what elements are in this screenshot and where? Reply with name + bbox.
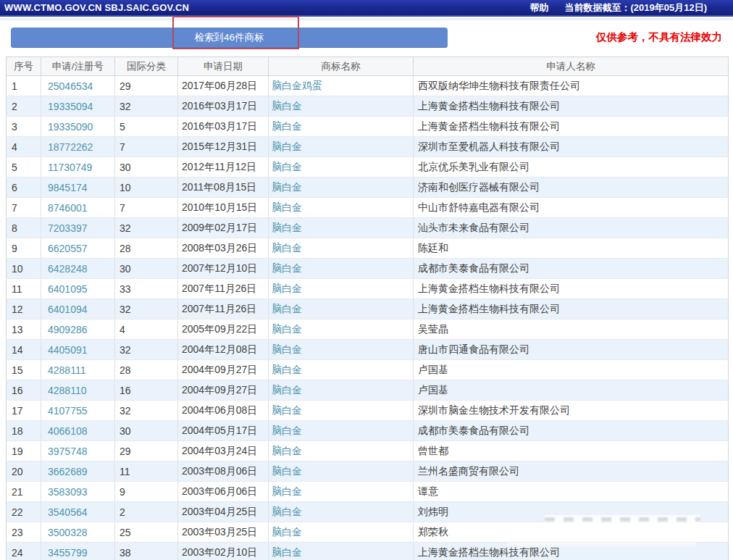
intl-class-cell: 28 [115,238,178,259]
trademark-name-link[interactable]: 脑白金 [272,303,302,314]
registration-number-link[interactable]: 3583093 [48,486,88,498]
application-date-cell: 2003年02月10日 [178,543,269,560]
serial-number-cell: 2 [7,96,41,117]
application-date-cell: 2004年09月27日 [178,380,269,401]
trademark-name-link[interactable]: 脑白金 [272,364,302,375]
registration-number-link[interactable]: 11730749 [48,162,92,173]
table-row: 4 18772262 7 2015年12月31日 脑白金 深圳市至爱机器人科技有… [7,137,729,157]
trademark-name-link[interactable]: 脑白金 [272,343,302,355]
trademark-name-link[interactable]: 脑白金 [272,425,302,436]
trademark-name-cell: 脑白金 [269,279,414,299]
registration-number-link[interactable]: 4909286 [48,324,88,335]
trademark-name-link[interactable]: 脑白金 [272,242,302,254]
registration-number-link[interactable]: 6401094 [48,304,88,315]
intl-class-cell: 16 [115,380,178,401]
serial-number-cell: 19 [7,441,41,461]
trademark-name-link[interactable]: 脑白金 [272,120,302,132]
trademark-name-link[interactable]: 脑白金 [272,323,302,335]
table-row: 14 4405091 32 2004年12月08日 脑白金 唐山市四通食品有限公… [7,340,729,360]
result-count-banner[interactable]: 检索到46件商标 [11,28,448,48]
trademark-name-cell: 脑白金 [269,117,414,137]
site-title: WWW.CTMO.GOV.CN SBJ.SAIC.GOV.CN [0,2,189,13]
registration-number-link[interactable]: 19335090 [48,121,93,133]
registration-number-link[interactable]: 3662689 [48,466,88,477]
registration-number-cell: 3662689 [41,461,115,482]
registration-number-link[interactable]: 4288111 [48,364,85,376]
trademark-name-link[interactable]: 脑白金 [272,100,302,112]
serial-number-cell: 15 [7,360,41,380]
applicant-name-cell: 陈廷和 [414,238,729,259]
trademark-name-link[interactable]: 脑白金 [272,384,302,396]
trademark-name-cell: 脑白金 [269,218,414,238]
applicant-name-cell: 上海黄金搭档生物科技有限公司 [414,279,729,299]
header-registration-number: 申请/注册号 [41,57,115,76]
table-row: 7 8746001 7 2010年10月15日 脑白金 中山市舒特嘉电器有限公司 [7,198,729,218]
table-row: 23 3500328 25 2003年03月25日 脑白金 郑荣秋 [7,522,729,543]
applicant-name-cell: 曾世都 [414,441,729,461]
intl-class-cell: 10 [115,177,178,198]
help-link[interactable]: 帮助 [530,1,549,14]
trademark-name-link[interactable]: 脑白金 [272,404,302,416]
trademark-name-link[interactable]: 脑白金 [272,283,302,294]
registration-number-link[interactable]: 6620557 [48,243,88,254]
registration-number-link[interactable]: 4107755 [48,405,88,417]
applicant-name-cell: 济南和创医疗器械有限公司 [414,177,729,198]
trademark-name-link[interactable]: 脑白金 [272,201,302,213]
registration-number-link[interactable]: 3540564 [48,506,88,518]
applicant-name-cell: 北京优乐美乳业有限公司 [414,157,729,177]
registration-number-link[interactable]: 7203397 [48,222,88,234]
registration-number-link[interactable]: 3455799 [48,547,88,559]
data-cutoff-date: 当前数据截至：(2019年05月12日) [565,1,708,14]
trademark-name-cell: 脑白金 [269,319,414,340]
trademark-name-link[interactable]: 脑白金 [272,181,302,193]
registration-number-link[interactable]: 6401095 [48,283,88,295]
registration-number-cell: 18772262 [41,137,115,157]
registration-number-cell: 3583093 [41,482,115,502]
applicant-name-cell: 兰州名盛商贸有限公司 [414,461,729,482]
trademark-name-link[interactable]: 脑白金 [272,161,302,172]
applicant-name-cell: 成都市美泰食品有限公司 [414,259,729,279]
trademark-name-link[interactable]: 脑白金 [272,506,302,517]
registration-number-cell: 11730749 [41,157,115,177]
applicant-name-cell: 卢国基 [414,360,729,380]
trademark-name-link[interactable]: 脑白金 [272,262,302,274]
trademark-name-cell: 脑白金 [269,238,414,259]
registration-number-link[interactable]: 18772262 [48,141,93,153]
intl-class-cell: 30 [115,259,178,279]
trademark-name-link[interactable]: 脑白金 [272,445,302,456]
applicant-name-cell: 深圳市脑金生物技术开发有限公司 [414,401,729,421]
serial-number-cell: 10 [7,259,41,279]
trademark-name-link[interactable]: 脑白金 [272,141,302,152]
registration-number-link[interactable]: 9845174 [48,182,88,193]
trademark-name-link[interactable]: 脑白金 [272,222,302,233]
application-date-cell: 2003年03月25日 [178,522,269,543]
applicant-name-cell: 卢国基 [414,380,729,401]
intl-class-cell: 30 [115,157,178,177]
serial-number-cell: 7 [7,198,41,218]
applicant-name-cell: 上海黄金搭档生物科技有限公司 [414,96,729,117]
registration-number-link[interactable]: 6428248 [48,263,88,275]
trademark-name-cell: 脑白金 [269,360,414,380]
trademark-name-cell: 脑白金 [269,543,414,560]
trademark-name-link[interactable]: 脑白金 [272,546,302,558]
registration-number-link[interactable]: 3500328 [48,527,88,538]
registration-number-link[interactable]: 4405091 [48,344,88,356]
trademark-name-link[interactable]: 脑白金 [272,485,302,497]
trademark-search-results-page: WWW.CTMO.GOV.CN SBJ.SAIC.GOV.CN 帮助 当前数据截… [0,0,733,560]
applicant-name-cell: 郑荣秋 [414,522,729,543]
trademark-name-link[interactable]: 脑白金 [272,465,302,477]
registration-number-link[interactable]: 25046534 [48,80,93,92]
application-date-cell: 2004年06月08日 [178,401,269,421]
serial-number-cell: 5 [7,157,41,177]
registration-number-cell: 4107755 [41,401,115,421]
intl-class-cell: 4 [115,319,178,340]
trademark-name-link[interactable]: 脑白金鸡蛋 [272,80,322,91]
registration-number-link[interactable]: 4066108 [48,425,88,437]
table-row: 19 3975748 29 2004年03月24日 脑白金 曾世都 [7,441,729,461]
registration-number-link[interactable]: 8746001 [48,202,88,214]
trademark-name-link[interactable]: 脑白金 [272,526,302,538]
table-row: 6 9845174 10 2011年08月15日 脑白金 济南和创医疗器械有限公… [7,177,729,198]
registration-number-link[interactable]: 3975748 [48,446,88,457]
registration-number-link[interactable]: 19335094 [48,101,93,112]
registration-number-link[interactable]: 4288110 [48,385,86,396]
